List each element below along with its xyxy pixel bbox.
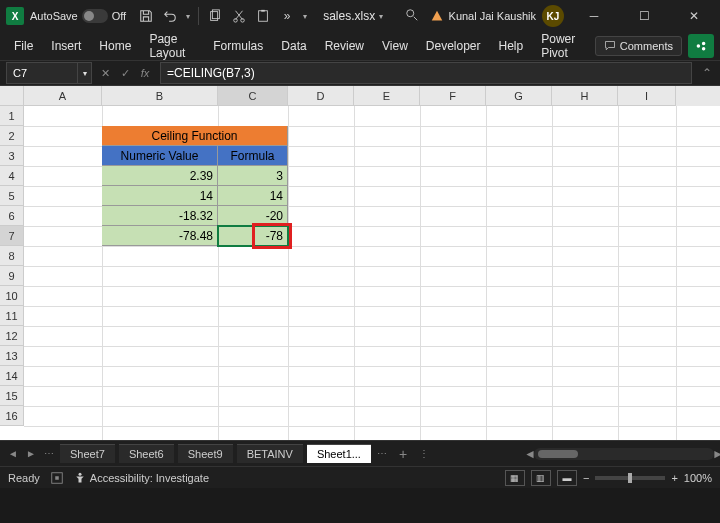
tab-nav-prev[interactable]: ◄ bbox=[6, 448, 20, 459]
sheet-tab-active[interactable]: Sheet1... bbox=[307, 444, 371, 463]
name-box[interactable]: C7 bbox=[6, 62, 78, 84]
sheet-tab[interactable]: BETAINV bbox=[237, 444, 303, 463]
table-cell[interactable]: -78.48 bbox=[102, 226, 218, 246]
menu-insert[interactable]: Insert bbox=[43, 35, 89, 57]
column-header[interactable]: A bbox=[24, 86, 102, 106]
row-header[interactable]: 12 bbox=[0, 326, 24, 346]
row-header[interactable]: 4 bbox=[0, 166, 24, 186]
column-header[interactable]: C bbox=[218, 86, 288, 106]
row-header[interactable]: 15 bbox=[0, 386, 24, 406]
chevron-down-icon[interactable]: ▾ bbox=[186, 12, 190, 21]
save-icon[interactable] bbox=[138, 8, 154, 24]
tab-options-icon[interactable]: ⋮ bbox=[417, 448, 431, 459]
comments-button[interactable]: Comments bbox=[595, 36, 682, 56]
row-header[interactable]: 3 bbox=[0, 146, 24, 166]
menu-view[interactable]: View bbox=[374, 35, 416, 57]
horizontal-scrollbar[interactable]: ◄ ► bbox=[534, 448, 714, 460]
table-cell[interactable]: 14 bbox=[102, 186, 218, 206]
row-header[interactable]: 14 bbox=[0, 366, 24, 386]
chevron-down-icon[interactable]: ▾ bbox=[379, 12, 383, 21]
column-header[interactable]: E bbox=[354, 86, 420, 106]
row-header[interactable]: 13 bbox=[0, 346, 24, 366]
table-cell[interactable]: 2.39 bbox=[102, 166, 218, 186]
tab-nav-next[interactable]: ► bbox=[24, 448, 38, 459]
row-header[interactable]: 1 bbox=[0, 106, 24, 126]
row-header[interactable]: 10 bbox=[0, 286, 24, 306]
filename-text: sales.xlsx bbox=[323, 9, 375, 23]
row-header[interactable]: 2 bbox=[0, 126, 24, 146]
select-all-corner[interactable] bbox=[0, 86, 24, 106]
menu-help[interactable]: Help bbox=[491, 35, 532, 57]
row-header[interactable]: 9 bbox=[0, 266, 24, 286]
minimize-button[interactable]: ─ bbox=[574, 2, 614, 30]
row-header[interactable]: 11 bbox=[0, 306, 24, 326]
accessibility-icon bbox=[74, 472, 86, 484]
paste-icon[interactable] bbox=[255, 8, 271, 24]
column-header[interactable]: F bbox=[420, 86, 486, 106]
row-header[interactable]: 5 bbox=[0, 186, 24, 206]
sheet-tab[interactable]: Sheet9 bbox=[178, 444, 233, 463]
menu-file[interactable]: File bbox=[6, 35, 41, 57]
table-cell[interactable]: 3 bbox=[218, 166, 288, 186]
menu-page-layout[interactable]: Page Layout bbox=[141, 28, 203, 64]
column-header[interactable]: G bbox=[486, 86, 552, 106]
table-cell[interactable]: -20 bbox=[218, 206, 288, 226]
sheet-tab[interactable]: Sheet7 bbox=[60, 444, 115, 463]
table-header[interactable]: Numeric Value bbox=[102, 146, 218, 166]
avatar: KJ bbox=[542, 5, 564, 27]
table-cell[interactable]: -18.32 bbox=[102, 206, 218, 226]
menu-home[interactable]: Home bbox=[91, 35, 139, 57]
tab-nav-more[interactable]: ⋯ bbox=[42, 448, 56, 459]
autosave-toggle[interactable]: AutoSave Off bbox=[30, 9, 126, 23]
more-icon[interactable]: » bbox=[279, 8, 295, 24]
page-break-view-icon[interactable]: ▬ bbox=[557, 470, 577, 486]
maximize-button[interactable]: ☐ bbox=[624, 2, 664, 30]
enter-formula-icon[interactable]: ✓ bbox=[116, 63, 134, 83]
column-header[interactable]: I bbox=[618, 86, 676, 106]
expand-formula-bar-icon[interactable]: ⌃ bbox=[698, 62, 716, 84]
accessibility-status[interactable]: Accessibility: Investigate bbox=[74, 472, 209, 484]
column-header[interactable]: B bbox=[102, 86, 218, 106]
table-cell[interactable]: -78 bbox=[218, 226, 288, 246]
row-header[interactable]: 8 bbox=[0, 246, 24, 266]
scrollbar-thumb[interactable] bbox=[538, 450, 578, 458]
menu-developer[interactable]: Developer bbox=[418, 35, 489, 57]
search-icon[interactable] bbox=[405, 8, 421, 24]
sheet-tab[interactable]: Sheet6 bbox=[119, 444, 174, 463]
zoom-in-button[interactable]: + bbox=[671, 472, 677, 484]
chevron-down-icon[interactable]: ▾ bbox=[303, 12, 307, 21]
menu-review[interactable]: Review bbox=[317, 35, 372, 57]
row-header[interactable]: 6 bbox=[0, 206, 24, 226]
column-header[interactable]: D bbox=[288, 86, 354, 106]
zoom-out-button[interactable]: − bbox=[583, 472, 589, 484]
column-header[interactable]: H bbox=[552, 86, 618, 106]
page-layout-view-icon[interactable]: ▥ bbox=[531, 470, 551, 486]
table-title[interactable]: Ceiling Function bbox=[102, 126, 288, 146]
close-button[interactable]: ✕ bbox=[674, 2, 714, 30]
menu-formulas[interactable]: Formulas bbox=[205, 35, 271, 57]
row-header[interactable]: 7 bbox=[0, 226, 24, 246]
zoom-level[interactable]: 100% bbox=[684, 472, 712, 484]
toggle-switch-icon[interactable] bbox=[82, 9, 108, 23]
zoom-slider[interactable] bbox=[595, 476, 665, 480]
share-button[interactable] bbox=[688, 34, 714, 58]
tab-nav-more[interactable]: ⋯ bbox=[375, 448, 389, 459]
fx-icon[interactable]: fx bbox=[136, 63, 154, 83]
cells-area[interactable]: Ceiling FunctionNumeric ValueFormula2.39… bbox=[24, 106, 720, 440]
normal-view-icon[interactable]: ▦ bbox=[505, 470, 525, 486]
row-header[interactable]: 16 bbox=[0, 406, 24, 426]
macro-icon[interactable] bbox=[50, 471, 64, 485]
filename[interactable]: sales.xlsx ▾ bbox=[323, 9, 383, 23]
table-cell[interactable]: 14 bbox=[218, 186, 288, 206]
cut-icon[interactable] bbox=[231, 8, 247, 24]
user-account[interactable]: Kunal Jai Kaushik KJ bbox=[431, 5, 564, 27]
undo-icon[interactable] bbox=[162, 8, 178, 24]
name-box-dropdown[interactable]: ▾ bbox=[78, 62, 92, 84]
add-sheet-button[interactable]: + bbox=[393, 446, 413, 462]
copy-icon[interactable] bbox=[207, 8, 223, 24]
cancel-formula-icon[interactable]: ✕ bbox=[96, 63, 114, 83]
menu-power-pivot[interactable]: Power Pivot bbox=[533, 28, 593, 64]
menu-data[interactable]: Data bbox=[273, 35, 314, 57]
formula-input[interactable]: =CEILING(B7,3) bbox=[160, 62, 692, 84]
table-header[interactable]: Formula bbox=[218, 146, 288, 166]
